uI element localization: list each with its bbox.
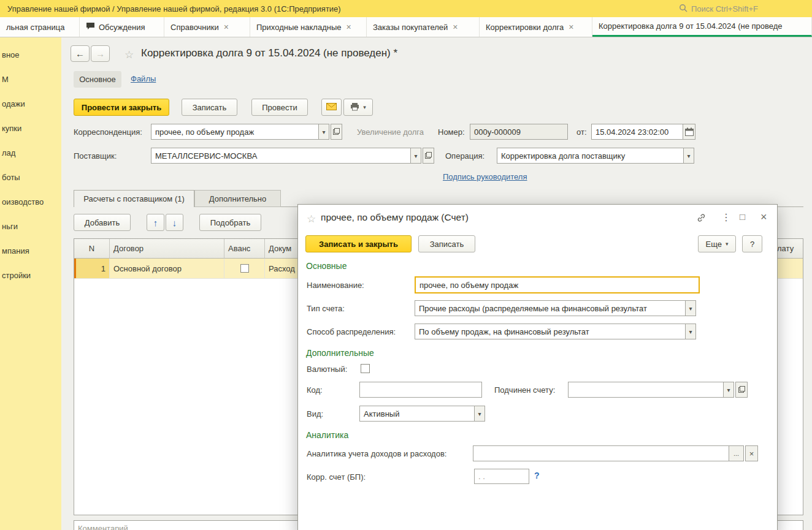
- tab-settlements[interactable]: Расчеты с поставщиком (1): [74, 190, 194, 207]
- account-dialog: ☆ прочее, по объему продаж (Счет) ⋮ □ × …: [297, 204, 778, 530]
- increase-debt-text: Увеличение долга: [357, 127, 424, 137]
- favorite-star-icon[interactable]: ☆: [124, 48, 134, 61]
- menu-dots-icon[interactable]: ⋮: [721, 211, 731, 223]
- chevron-down-icon[interactable]: ▾: [685, 301, 695, 316]
- sidebar-item-money[interactable]: ньги: [0, 214, 61, 238]
- correspondence-open-button[interactable]: [331, 124, 342, 140]
- forward-button[interactable]: →: [91, 45, 110, 62]
- chevron-down-icon[interactable]: ▾: [685, 324, 695, 339]
- cell-n[interactable]: 1: [74, 259, 110, 278]
- cell-right[interactable]: [773, 259, 803, 278]
- favorite-star-icon[interactable]: ☆: [307, 213, 316, 225]
- tab-incoming-invoices[interactable]: Приходные накладные ×: [250, 17, 367, 37]
- corr-account-input[interactable]: . .: [474, 469, 529, 484]
- app-title: Управление нашей фирмой / Управление наш…: [7, 4, 341, 13]
- tab-discussions[interactable]: Обсуждения: [80, 17, 164, 37]
- column-header-right[interactable]: лату: [773, 239, 803, 259]
- chevron-down-icon[interactable]: ▾: [410, 148, 421, 163]
- sidebar-item-purchases[interactable]: купки: [0, 116, 61, 140]
- nav-tab-main[interactable]: Основное: [74, 71, 121, 88]
- move-down-button[interactable]: ↓: [166, 214, 183, 231]
- advance-checkbox[interactable]: [240, 264, 249, 273]
- kind-label: Вид:: [307, 409, 323, 418]
- section-main: Основные: [306, 261, 347, 271]
- tab-label: льная страница: [6, 23, 64, 32]
- dialog-save-button[interactable]: Записать: [418, 235, 475, 252]
- nav-tab-files[interactable]: Файлы: [131, 74, 156, 83]
- section-additional: Дополнительные: [306, 348, 374, 358]
- number-label: Номер:: [438, 127, 465, 137]
- sidebar-item-company[interactable]: мпания: [0, 238, 61, 263]
- tab-additional[interactable]: Дополнительно: [194, 190, 281, 207]
- code-input[interactable]: [359, 382, 482, 398]
- parent-account-open-button[interactable]: [735, 382, 748, 398]
- dialog-save-close-button[interactable]: Записать и закрыть: [305, 235, 412, 252]
- post-and-close-button[interactable]: Провести и закрыть: [74, 99, 169, 116]
- close-icon[interactable]: ×: [453, 22, 458, 32]
- manager-signature-link[interactable]: Подпись руководителя: [443, 172, 527, 181]
- cell-advance[interactable]: [224, 259, 265, 278]
- distribution-select[interactable]: По объему продаж, на финансовый результа…: [415, 324, 696, 339]
- column-header-advance[interactable]: Аванс: [224, 239, 265, 259]
- tab-debt-adjustments[interactable]: Корректировки долга ×: [480, 17, 592, 37]
- save-button[interactable]: Записать: [182, 99, 237, 116]
- close-icon[interactable]: ×: [760, 211, 767, 224]
- global-search[interactable]: Поиск Ctrl+Shift+F: [679, 4, 805, 14]
- chevron-down-icon[interactable]: ▾: [474, 406, 485, 421]
- print-button[interactable]: ▾: [343, 99, 373, 116]
- kind-select[interactable]: Активный ▾: [359, 406, 485, 422]
- correspondence-combo[interactable]: прочее, по объему продаж ▾: [151, 124, 329, 140]
- analytics-input[interactable]: ...: [473, 445, 744, 461]
- date-field[interactable]: 15.04.2024 23:02:00: [591, 124, 695, 140]
- printer-icon: [350, 102, 359, 113]
- name-input[interactable]: прочее, по объему продаж: [415, 276, 700, 293]
- cell-contract[interactable]: Основной договор: [110, 259, 224, 278]
- operation-combo[interactable]: Корректировка долга поставщику ▾: [497, 148, 694, 164]
- parent-account-combo[interactable]: ▾: [568, 382, 734, 398]
- app-window: Управление нашей фирмой / Управление наш…: [0, 0, 812, 530]
- clear-button[interactable]: ×: [745, 445, 758, 461]
- help-button[interactable]: ?: [742, 235, 762, 252]
- back-button[interactable]: ←: [71, 45, 90, 62]
- close-icon[interactable]: ×: [346, 22, 351, 32]
- post-button[interactable]: Провести: [251, 99, 308, 116]
- close-icon[interactable]: ×: [569, 22, 573, 32]
- chevron-down-icon[interactable]: ▾: [683, 148, 694, 163]
- envelope-icon: [326, 103, 337, 112]
- tab-catalogs[interactable]: Справочники ×: [164, 17, 250, 37]
- calendar-icon[interactable]: [683, 124, 695, 139]
- more-button[interactable]: Еще ▾: [698, 235, 736, 252]
- pick-button[interactable]: Подобрать: [199, 214, 261, 231]
- number-field[interactable]: 000у-000009: [470, 124, 568, 140]
- column-header-n[interactable]: N: [74, 239, 110, 259]
- account-type-select[interactable]: Прочие расходы (распределяемые на финанс…: [415, 300, 696, 316]
- chevron-down-icon[interactable]: ▾: [318, 124, 329, 139]
- chat-bubble-icon: [86, 22, 95, 32]
- corr-help-icon[interactable]: ?: [534, 471, 540, 480]
- currency-checkbox[interactable]: [361, 364, 370, 373]
- supplier-open-button[interactable]: [423, 148, 434, 164]
- send-email-button[interactable]: [321, 99, 342, 116]
- add-row-button[interactable]: Добавить: [74, 214, 131, 231]
- get-link-icon[interactable]: [697, 213, 706, 224]
- sidebar-item-crm[interactable]: М: [0, 67, 61, 91]
- sidebar-item-main[interactable]: вное: [0, 42, 61, 67]
- tab-label: Корректировки долга: [486, 23, 564, 32]
- maximize-icon[interactable]: □: [740, 211, 745, 222]
- chevron-down-icon[interactable]: ▾: [723, 382, 733, 397]
- tab-debt-adjustment-9-active[interactable]: Корректировка долга 9 от 15.04.2024 (не …: [592, 17, 812, 37]
- close-icon[interactable]: ×: [224, 22, 229, 32]
- sidebar-item-works[interactable]: боты: [0, 165, 61, 189]
- supplier-combo[interactable]: МЕТАЛЛСЕРВИС-МОСКВА ▾: [151, 148, 421, 164]
- sidebar-item-sales[interactable]: одажи: [0, 91, 61, 116]
- move-up-button[interactable]: ↑: [147, 214, 164, 231]
- sidebar-item-settings[interactable]: стройки: [0, 263, 61, 287]
- tab-start-page[interactable]: льная страница: [0, 17, 80, 37]
- sidebar-item-warehouse[interactable]: лад: [0, 140, 61, 165]
- sidebar-item-production[interactable]: оизводство: [0, 189, 61, 214]
- tab-customer-orders[interactable]: Заказы покупателей ×: [367, 17, 480, 37]
- supplier-label: Поставщик:: [74, 151, 117, 161]
- column-header-contract[interactable]: Договор: [110, 239, 224, 259]
- sidebar: вное М одажи купки лад боты оизводство н…: [0, 37, 61, 530]
- ellipsis-button[interactable]: ...: [729, 446, 743, 461]
